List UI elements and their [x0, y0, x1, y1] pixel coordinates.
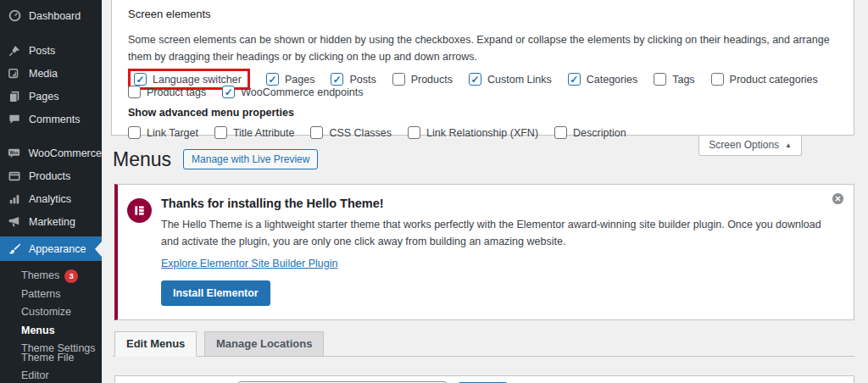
- sidebar-item-label: Pages: [29, 91, 58, 103]
- pushpin-icon: [8, 44, 21, 58]
- woocommerce-icon: Woo: [8, 147, 20, 160]
- checkbox-box: [408, 126, 420, 139]
- megaphone-icon: [8, 215, 21, 229]
- checkbox-box: [214, 126, 227, 139]
- themes-update-badge: 3: [64, 269, 78, 283]
- screen-options-toggle[interactable]: Screen Options ▲: [698, 136, 802, 156]
- checkbox-box: [469, 73, 481, 86]
- checkbox-product-categories[interactable]: Product categories: [711, 73, 818, 86]
- sidebar-item-label: Analytics: [29, 193, 71, 205]
- sidebar-item-label: Marketing: [29, 216, 75, 228]
- wordpress-admin: Dashboard Posts Media Pages Comments Woo…: [0, 0, 868, 383]
- sidebar-item-label: Media: [29, 68, 58, 80]
- sidebar-item-appearance[interactable]: Appearance: [0, 236, 102, 261]
- svg-text:Woo: Woo: [10, 151, 19, 155]
- notice-title: Thanks for installing the Hello Theme!: [161, 197, 831, 210]
- screen-elements-description: Some screen elements can be shown or hid…: [128, 31, 832, 65]
- brush-icon: [8, 242, 21, 256]
- checkbox-box: [134, 73, 147, 86]
- install-elementor-button[interactable]: Install Elementor: [161, 280, 270, 306]
- checkbox-box: [128, 86, 141, 98]
- sidebar-item-products[interactable]: Products: [0, 164, 102, 187]
- media-icon: [8, 67, 21, 80]
- dashboard-icon: [8, 9, 21, 23]
- sidebar-item-posts[interactable]: Posts: [0, 39, 102, 62]
- comment-icon: [8, 113, 21, 126]
- sidebar-item-label: Posts: [29, 45, 55, 57]
- checkbox-custom-links[interactable]: Custom Links: [469, 73, 552, 86]
- screen-element-checkboxes: Language switcher Pages Posts Products C…: [128, 73, 837, 98]
- checkbox-box: [711, 73, 724, 86]
- sidebar-subitem-customize[interactable]: Customize: [0, 303, 102, 322]
- explore-elementor-link[interactable]: Explore Elementor Site Builder Plugin: [161, 258, 337, 269]
- checkbox-woocommerce-endpoints[interactable]: WooCommerce endpoints: [222, 86, 363, 98]
- checkbox-box: [392, 73, 405, 86]
- pages-icon: [8, 90, 21, 103]
- checkbox-box: [266, 73, 279, 86]
- menus-page: Menus Manage with Live Preview Thanks fo…: [102, 144, 868, 383]
- checkbox-posts[interactable]: Posts: [331, 73, 376, 86]
- menus-tabs: Edit Menus Manage Locations: [113, 331, 854, 357]
- main-content: Screen elements Some screen elements can…: [102, 0, 868, 383]
- checkbox-box: [554, 126, 567, 139]
- checkbox-box: [331, 73, 343, 86]
- tab-manage-locations[interactable]: Manage Locations: [204, 331, 324, 357]
- checkbox-box: [568, 73, 581, 86]
- sidebar-item-label: Appearance: [29, 243, 86, 255]
- checkbox-tags[interactable]: Tags: [654, 73, 694, 86]
- tab-edit-menus[interactable]: Edit Menus: [114, 331, 197, 357]
- sidebar-item-analytics[interactable]: Analytics: [0, 187, 102, 210]
- menu-select-bar: Select a menu to edit: My English Menu (…: [114, 375, 854, 383]
- sidebar-item-comments[interactable]: Comments: [0, 108, 102, 130]
- sidebar-separator: [0, 130, 102, 142]
- sidebar-item-label: Dashboard: [29, 10, 81, 22]
- checkbox-link-target[interactable]: Link Target: [128, 126, 198, 139]
- checkbox-product-tags[interactable]: Product tags: [128, 86, 206, 98]
- screen-options-panel: Screen elements Some screen elements can…: [111, 0, 854, 136]
- sidebar-item-marketing[interactable]: Marketing: [0, 210, 102, 233]
- sidebar-item-woocommerce[interactable]: Woo WooCommerce: [0, 142, 102, 164]
- checkbox-pages[interactable]: Pages: [266, 73, 314, 86]
- products-icon: [8, 169, 21, 183]
- sidebar-item-label: Comments: [29, 114, 80, 125]
- advanced-properties-heading: Show advanced menu properties: [128, 107, 837, 119]
- appearance-submenu: Themes 3 Patterns Customize Menus Theme …: [0, 261, 102, 383]
- checkbox-box: [310, 126, 323, 139]
- checkbox-link-relationship[interactable]: Link Relationship (XFN): [408, 126, 538, 139]
- checkbox-products[interactable]: Products: [392, 73, 453, 86]
- sidebar-subitem-themes[interactable]: Themes 3: [0, 267, 102, 286]
- sidebar-item-media[interactable]: Media: [0, 62, 102, 85]
- checkbox-description[interactable]: Description: [554, 126, 626, 139]
- hello-theme-notice: Thanks for installing the Hello Theme! T…: [114, 184, 854, 320]
- sidebar-item-dashboard[interactable]: Dashboard: [0, 3, 102, 28]
- sidebar-item-label: WooCommerce: [28, 147, 102, 159]
- notice-content: Thanks for installing the Hello Theme! T…: [161, 197, 831, 306]
- sidebar-subitem-patterns[interactable]: Patterns: [0, 286, 102, 304]
- chevron-up-icon: ▲: [785, 142, 792, 149]
- checkbox-box: [654, 73, 666, 86]
- page-title: Menus: [113, 148, 171, 171]
- checkbox-box: [222, 86, 235, 98]
- sidebar-item-label: Products: [29, 170, 70, 182]
- sidebar-subitem-menus[interactable]: Menus: [0, 322, 102, 341]
- sidebar-subitem-theme-file-editor[interactable]: Theme File Editor: [0, 358, 102, 377]
- notice-body: The Hello Theme is a lightweight starter…: [161, 216, 831, 250]
- dismiss-notice-icon[interactable]: [832, 192, 844, 205]
- admin-sidebar: Dashboard Posts Media Pages Comments Woo…: [0, 0, 102, 383]
- checkbox-box: [128, 126, 141, 139]
- analytics-icon: [8, 192, 21, 206]
- screen-elements-heading: Screen elements: [128, 8, 837, 20]
- checkbox-categories[interactable]: Categories: [568, 73, 637, 86]
- checkbox-css-classes[interactable]: CSS Classes: [310, 126, 392, 139]
- current-menu-arrow: [95, 241, 102, 257]
- elementor-logo-icon: [127, 198, 152, 223]
- sidebar-item-pages[interactable]: Pages: [0, 85, 102, 108]
- checkbox-title-attribute[interactable]: Title Attribute: [214, 126, 295, 139]
- manage-live-preview-button[interactable]: Manage with Live Preview: [183, 149, 318, 169]
